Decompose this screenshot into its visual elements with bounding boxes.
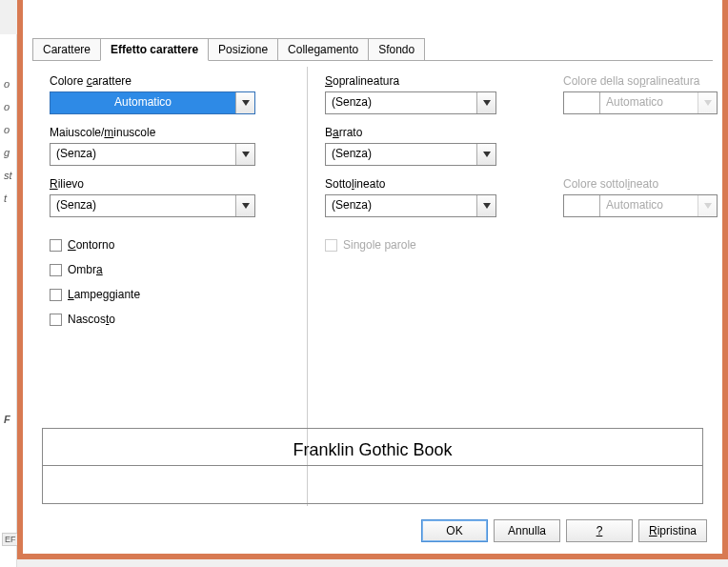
chevron-down-icon [476, 195, 495, 216]
preview-font-name: Franklin Gothic Book [43, 440, 702, 460]
dialog-content: Carattere Effetto carattere Posizione Co… [23, 29, 722, 554]
relief-label: Rilievo [50, 177, 282, 191]
chevron-down-icon [235, 195, 254, 216]
checkbox-icon [50, 289, 62, 301]
tab-carattere[interactable]: Carattere [32, 38, 101, 61]
chevron-down-icon [476, 144, 495, 165]
chevron-down-icon [476, 92, 495, 113]
overline-label: Sopralineatura [325, 74, 535, 88]
checkbox-icon [325, 239, 337, 252]
underline-color-combo: Automatico [563, 194, 718, 217]
outline-checkbox[interactable]: Contorno [50, 238, 282, 252]
hidden-checkbox[interactable]: Nascosto [50, 313, 282, 326]
shadow-checkbox[interactable]: Ombra [50, 263, 282, 276]
chevron-down-icon [235, 92, 254, 113]
font-color-combo[interactable]: Automatico [50, 91, 255, 114]
case-label: Maiuscole/minuscole [50, 126, 282, 139]
checkbox-icon [50, 314, 62, 326]
tab-sfondo[interactable]: Sfondo [368, 38, 425, 61]
preview-divider [43, 465, 702, 503]
checkbox-icon [50, 264, 62, 276]
relief-combo[interactable]: (Senza) [50, 194, 255, 217]
chevron-down-icon [698, 195, 717, 216]
chevron-down-icon [698, 92, 717, 113]
color-swatch [564, 195, 600, 216]
cancel-button[interactable]: Annulla [494, 519, 560, 542]
overline-combo[interactable]: (Senza) [325, 91, 496, 114]
blink-checkbox[interactable]: Lampeggiante [50, 288, 282, 301]
tab-bar: Carattere Effetto carattere Posizione Co… [23, 29, 722, 61]
tab-collegamento[interactable]: Collegamento [277, 38, 369, 61]
chevron-down-icon [235, 144, 254, 165]
overline-color-label: Colore della sopralineatura [563, 74, 718, 88]
strike-combo[interactable]: (Senza) [325, 143, 496, 166]
color-swatch [564, 92, 600, 113]
tab-effetto-carattere[interactable]: Effetto carattere [100, 38, 209, 61]
overline-color-combo: Automatico [563, 91, 718, 114]
background-window-fragment: o o o g st t F EF [0, 34, 17, 567]
font-color-label: Colore carattere [50, 74, 282, 88]
case-combo[interactable]: (Senza) [50, 143, 255, 166]
underline-combo[interactable]: (Senza) [325, 194, 496, 217]
strike-label: Barrato [325, 126, 535, 139]
preview-box: Franklin Gothic Book [42, 428, 703, 504]
single-words-checkbox: Singole parole [325, 238, 718, 252]
dialog-window: Carattere Effetto carattere Posizione Co… [17, 0, 728, 559]
reset-button[interactable]: Ripristina [638, 519, 707, 542]
checkbox-icon [50, 239, 62, 252]
underline-label: Sottolineato [325, 177, 535, 191]
tab-posizione[interactable]: Posizione [208, 38, 278, 61]
help-button[interactable]: ? [566, 519, 633, 542]
underline-color-label: Colore sottolineato [563, 177, 718, 191]
ok-button[interactable]: OK [421, 519, 488, 542]
button-bar: OK Annulla ? Ripristina [421, 519, 707, 542]
